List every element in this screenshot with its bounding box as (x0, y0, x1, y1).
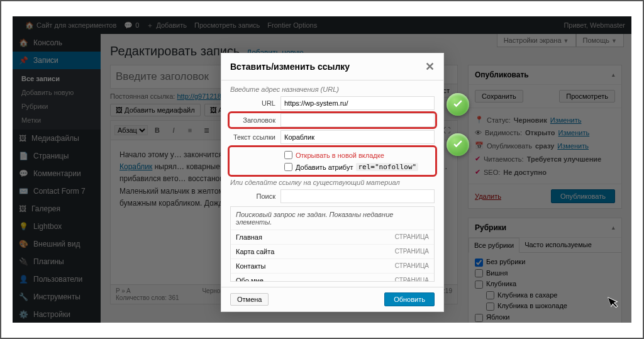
result-item[interactable]: КонтактыСТРАНИЦА (231, 259, 434, 274)
menu-pages[interactable]: 📄 Страницы (13, 147, 101, 165)
publish-button[interactable]: Опубликовать (551, 189, 615, 203)
cat-item[interactable]: Клубника (475, 279, 615, 290)
submenu-tags[interactable]: Метки (13, 113, 101, 127)
result-item[interactable]: ГлавнаяСТРАНИЦА (231, 230, 434, 245)
url-label: URL (230, 99, 280, 107)
linktext-input[interactable] (280, 130, 435, 144)
edit-status[interactable]: Изменить (550, 116, 582, 124)
frontier-link[interactable]: Frontier Options (267, 21, 317, 29)
open-new-checkbox[interactable] (284, 151, 292, 159)
title-input[interactable] (280, 113, 435, 127)
cat-item[interactable]: Клубника в сахаре (475, 290, 615, 301)
menu-appearance[interactable]: 🎨 Внешний вид (13, 235, 101, 253)
chevron-up-icon[interactable]: ▴ (612, 225, 615, 231)
add-media-button[interactable]: 🖼 Добавить медиафайл (110, 104, 201, 116)
menu-comments[interactable]: 💬 Комментарии (13, 165, 101, 182)
category-list: Без рубрики Вишня Клубника Клубника в са… (469, 253, 621, 323)
menu-gallery[interactable]: 🖼 Галерея (13, 200, 101, 218)
cancel-button[interactable]: Отмена (230, 293, 269, 306)
menu-tools[interactable]: 🔧 Инструменты (13, 288, 101, 306)
modal-hint2: Или сделайте ссылку на существующий мате… (230, 179, 435, 186)
menu-users[interactable]: 👤 Пользователи (13, 270, 101, 288)
greeting[interactable]: Привет, Webmaster (564, 21, 625, 29)
admin-sidebar: 🏠 Консоль 📌 Записи Все записи Добавить н… (13, 34, 101, 323)
title-label: Заголовок (230, 116, 280, 124)
menu-posts[interactable]: 📌 Записи (13, 52, 101, 69)
menu-cf7[interactable]: ✉️ Contact Form 7 (13, 182, 101, 200)
screen-options-tab[interactable]: Настройки экрана ▼ (497, 34, 576, 47)
preview-button[interactable]: Просмотреть (559, 90, 615, 103)
italic-icon[interactable]: I (167, 123, 180, 137)
delete-link[interactable]: Удалить (475, 192, 501, 200)
publish-box: Опубликовать▴ Сохранить Просмотреть 📍 Ст… (468, 65, 622, 209)
nofollow-checkbox[interactable] (284, 163, 292, 171)
submenu-add-new[interactable]: Добавить новую (13, 86, 101, 99)
result-item[interactable]: Обо мнеСТРАНИЦА (231, 274, 434, 282)
bold-icon[interactable]: B (150, 123, 164, 137)
modal-hint: Введите адрес назначения (URL) (230, 86, 435, 93)
search-input[interactable] (280, 189, 435, 203)
cat-item[interactable]: Клубника в шоколаде (475, 301, 615, 312)
site-link[interactable]: 🏠 Сайт для экспериментов (25, 21, 116, 30)
search-results: Поисковый запрос не задан. Показаны неда… (230, 206, 435, 282)
edit-schedule[interactable]: Изменить (557, 142, 589, 150)
cat-tab-freq[interactable]: Часто используемые (519, 238, 597, 252)
submenu-categories[interactable]: Рубрики (13, 99, 101, 113)
categories-box: Рубрики▴ Все рубрики Часто используемые … (468, 218, 622, 323)
modal-title: Вставить/изменить ссылку (230, 62, 350, 72)
submenu-all-posts[interactable]: Все записи (13, 72, 101, 86)
search-label: Поиск (230, 192, 280, 200)
save-draft-button[interactable]: Сохранить (475, 90, 523, 103)
menu-lightbox[interactable]: 💡 Lightbox (13, 218, 101, 235)
addnew-link[interactable]: ＋ Добавить (147, 21, 187, 30)
annotation-arrow-icon (447, 133, 469, 156)
admin-topbar: 🏠 Сайт для экспериментов 💬 0 ＋ Добавить … (13, 16, 631, 34)
menu-settings[interactable]: ⚙️ Настройки (13, 306, 101, 323)
result-item[interactable]: Карта сайтаСТРАНИЦА (231, 245, 434, 259)
menu-plugins[interactable]: 🔌 Плагины (13, 253, 101, 270)
update-button[interactable]: Обновить (384, 292, 435, 306)
list-ul-icon[interactable]: ≡ (183, 123, 197, 137)
list-ol-icon[interactable]: ≣ (199, 123, 213, 137)
content-link[interactable]: Кораблик (119, 162, 152, 171)
url-input[interactable] (280, 96, 435, 110)
help-tab[interactable]: Помощь ▼ (576, 34, 624, 47)
cat-item[interactable]: Без рубрики (475, 257, 615, 268)
link-modal: Вставить/изменить ссылку ✕ Введите адрес… (221, 53, 444, 312)
menu-media[interactable]: 🖼 Медиафайлы (13, 130, 101, 147)
cat-item[interactable]: Яблоки (475, 312, 615, 323)
close-icon[interactable]: ✕ (425, 60, 435, 74)
linktext-label: Текст ссылки (230, 133, 280, 141)
cat-tab-all[interactable]: Все рубрики (469, 238, 519, 253)
edit-visibility[interactable]: Изменить (558, 129, 590, 136)
annotation-arrow-icon (447, 93, 469, 116)
cat-item[interactable]: Вишня (475, 268, 615, 279)
chevron-up-icon[interactable]: ▴ (612, 72, 615, 78)
menu-console[interactable]: 🏠 Консоль (13, 34, 101, 52)
format-select[interactable]: Абзац (114, 125, 148, 135)
comments-link[interactable]: 💬 0 (124, 21, 139, 30)
viewpost-link[interactable]: Просмотреть запись (194, 21, 260, 29)
